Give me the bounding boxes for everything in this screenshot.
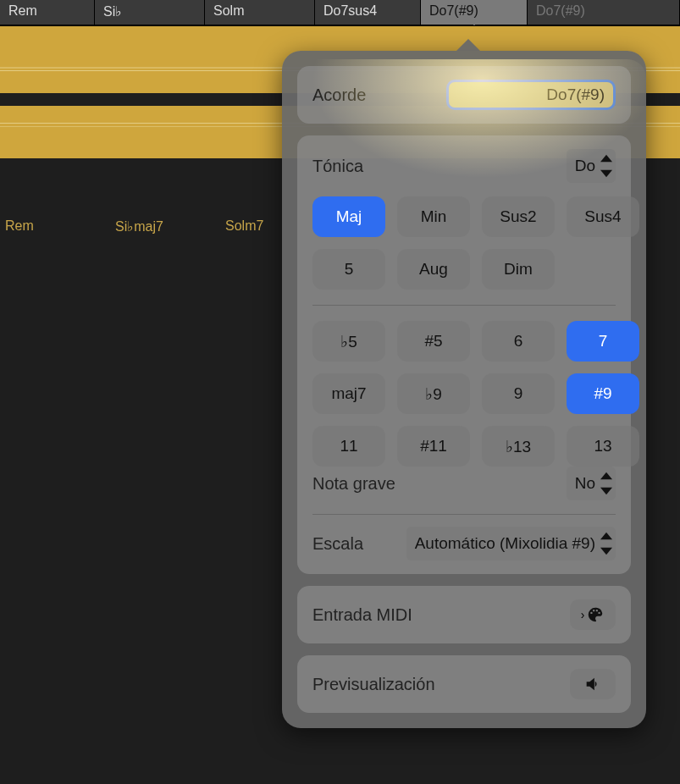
chord-name-input[interactable] xyxy=(446,80,616,110)
speaker-icon xyxy=(583,675,602,693)
ext-s5[interactable]: #5 xyxy=(397,321,470,362)
quality-min[interactable]: Min xyxy=(397,196,470,237)
ext-b9[interactable]: ♭9 xyxy=(397,373,470,414)
ext-maj7[interactable]: maj7 xyxy=(312,373,385,414)
quality-5[interactable]: 5 xyxy=(312,249,385,290)
bass-label: Nota grave xyxy=(312,474,395,494)
chevron-up-down-icon xyxy=(600,468,612,499)
chord-tab-do7sharp9-next[interactable]: Do7(#9) xyxy=(528,0,680,25)
ext-13[interactable]: 13 xyxy=(567,426,639,467)
ext-6[interactable]: 6 xyxy=(482,321,555,362)
acorde-label: Acorde xyxy=(312,86,366,105)
panel-acorde: Acorde xyxy=(297,66,631,124)
chevron-right-icon: › xyxy=(581,608,585,621)
quality-sus4[interactable]: Sus4 xyxy=(567,196,639,237)
quality-dim[interactable]: Dim xyxy=(482,249,555,290)
chord-tab-do7sus4[interactable]: Do7sus4 xyxy=(315,0,421,25)
extension-grid: ♭5 #5 6 7 maj7 ♭9 9 #9 11 #11 ♭13 13 xyxy=(312,305,616,467)
preview-play-button[interactable] xyxy=(570,669,616,699)
tonica-label: Tónica xyxy=(312,157,363,176)
preview-label: Previsualización xyxy=(312,675,435,694)
quality-grid: Maj Min Sus2 Sus4 5 Aug Dim xyxy=(312,196,616,290)
chevron-up-down-icon xyxy=(600,528,612,559)
ext-9[interactable]: 9 xyxy=(482,373,555,414)
ext-11[interactable]: 11 xyxy=(312,426,385,467)
midi-input-button[interactable]: › xyxy=(570,599,616,630)
panel-midi: Entrada MIDI › xyxy=(297,586,631,643)
chord-edit-popover: Acorde Tónica Do Maj Min Sus2 Sus4 5 Aug… xyxy=(282,51,646,728)
ext-b5[interactable]: ♭5 xyxy=(312,321,385,362)
ext-s11[interactable]: #11 xyxy=(397,426,470,467)
scale-label: Escala xyxy=(312,534,363,554)
panel-tonica: Tónica Do Maj Min Sus2 Sus4 5 Aug Dim ♭5… xyxy=(297,135,631,574)
chord-tab-do7sharp9-active[interactable]: Do7(#9) xyxy=(421,0,528,25)
midi-label: Entrada MIDI xyxy=(312,605,412,625)
ext-b13[interactable]: ♭13 xyxy=(482,426,555,467)
ext-s9[interactable]: #9 xyxy=(567,373,639,414)
chevron-up-down-icon xyxy=(600,151,612,181)
palette-icon xyxy=(586,605,605,624)
chord-tab-solm[interactable]: Solm xyxy=(205,0,315,25)
quality-sus2[interactable]: Sus2 xyxy=(482,196,555,237)
panel-preview: Previsualización xyxy=(297,655,631,713)
quality-aug[interactable]: Aug xyxy=(397,249,470,290)
quality-maj[interactable]: Maj xyxy=(312,196,385,237)
chord-tab-sib[interactable]: Si♭ xyxy=(95,0,205,25)
chord-tab-rem[interactable]: Rem xyxy=(0,0,95,25)
bass-select[interactable]: No xyxy=(567,467,616,500)
scale-select[interactable]: Automático (Mixolidia #9) xyxy=(406,527,616,560)
tonica-select[interactable]: Do xyxy=(567,149,616,183)
chord-marker-strip: Rem Si♭ Solm Do7sus4 Do7(#9) Do7(#9) xyxy=(0,0,680,25)
ext-7[interactable]: 7 xyxy=(567,321,639,362)
